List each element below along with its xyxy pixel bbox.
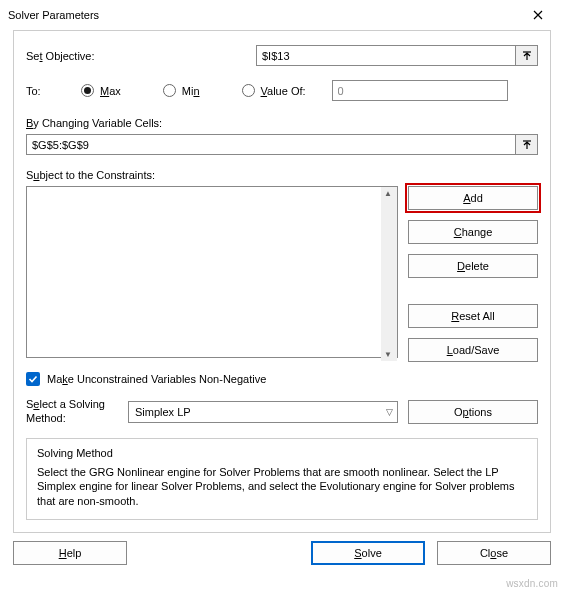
close-icon bbox=[533, 10, 543, 20]
objective-input[interactable] bbox=[256, 45, 516, 66]
by-changing-label: By Changing Variable Cells: bbox=[26, 117, 162, 129]
window-close-button[interactable] bbox=[520, 2, 556, 28]
checkmark-icon bbox=[28, 374, 38, 384]
chevron-down-icon: ▽ bbox=[386, 407, 393, 417]
load-save-button[interactable]: Load/Save bbox=[408, 338, 538, 362]
solving-method-value: Simplex LP bbox=[135, 406, 191, 418]
radio-icon bbox=[81, 84, 94, 97]
solving-method-select[interactable]: Simplex LP ▽ bbox=[128, 401, 398, 423]
description-text: Select the GRG Nonlinear engine for Solv… bbox=[37, 465, 527, 510]
objective-ref-button[interactable] bbox=[516, 45, 538, 66]
radio-value-of[interactable]: Value Of: bbox=[242, 84, 306, 97]
options-button[interactable]: Options bbox=[408, 400, 538, 424]
description-title: Solving Method bbox=[37, 447, 527, 459]
delete-button[interactable]: Delete bbox=[408, 254, 538, 278]
radio-max[interactable]: Max bbox=[81, 84, 121, 97]
changing-cells-input[interactable] bbox=[26, 134, 516, 155]
unconstrained-label: Make Unconstrained Variables Non-Negativ… bbox=[47, 373, 266, 385]
changing-cells-ref-button[interactable] bbox=[516, 134, 538, 155]
reset-all-button[interactable]: Reset All bbox=[408, 304, 538, 328]
help-button[interactable]: Help bbox=[13, 541, 127, 565]
radio-icon bbox=[163, 84, 176, 97]
solve-button[interactable]: Solve bbox=[311, 541, 425, 565]
set-objective-label: Set Objective: bbox=[26, 50, 95, 62]
subject-to-label: Subject to the Constraints: bbox=[26, 169, 155, 181]
solving-method-description: Solving Method Select the GRG Nonlinear … bbox=[26, 438, 538, 521]
watermark: wsxdn.com bbox=[506, 578, 558, 589]
collapse-icon bbox=[522, 140, 532, 150]
radio-icon bbox=[242, 84, 255, 97]
close-button[interactable]: Close bbox=[437, 541, 551, 565]
collapse-icon bbox=[522, 51, 532, 61]
to-label: To: bbox=[26, 85, 81, 97]
constraints-listbox[interactable] bbox=[26, 186, 398, 358]
dialog-title: Solver Parameters bbox=[8, 9, 99, 21]
value-of-input[interactable] bbox=[332, 80, 508, 101]
select-method-label: Select a Solving Method: bbox=[26, 398, 118, 426]
radio-min[interactable]: Min bbox=[163, 84, 200, 97]
unconstrained-checkbox[interactable] bbox=[26, 372, 40, 386]
change-button[interactable]: Change bbox=[408, 220, 538, 244]
scrollbar[interactable] bbox=[381, 187, 397, 361]
add-button[interactable]: Add bbox=[408, 186, 538, 210]
